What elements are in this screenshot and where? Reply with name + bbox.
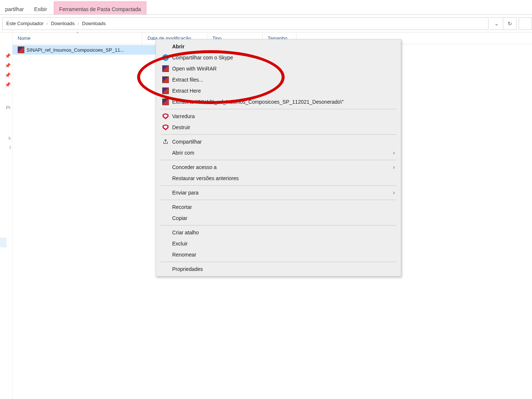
context-menu: Abrir S Compartilhar com o Skype Open wi… [156, 39, 401, 276]
sort-caret-icon: ⌃ [76, 31, 79, 35]
ctx-extract-here-label: Extract Here [172, 88, 201, 94]
sidebar-item[interactable]: 📌 [0, 61, 12, 70]
address-box[interactable]: Este Computador › Downloads › Downloads [2, 17, 488, 30]
ctx-destruir-label: Destruir [172, 124, 190, 130]
ctx-excluir-label: Excluir [172, 241, 188, 247]
ctx-extract-files[interactable]: Extract files... [157, 74, 400, 85]
ctx-propriedades-label: Propriedades [172, 266, 203, 272]
ctx-compartilhar[interactable]: Compartilhar [157, 136, 400, 147]
ctx-atalho-label: Criar atalho [172, 230, 199, 235]
address-dropdown-button[interactable]: ⌄ [490, 17, 503, 30]
tab-compressed-tools[interactable]: Ferramentas de Pasta Compactada [54, 1, 147, 14]
ctx-abrircom-label: Abrir com [172, 150, 194, 156]
pin-icon: 📌 [5, 63, 11, 68]
ctx-extract-here[interactable]: Extract Here [157, 85, 400, 96]
ctx-restaurar-label: Restaurar versões anteriores [172, 175, 239, 181]
ctx-separator [160, 160, 396, 160]
header-name[interactable]: ⌃ Nome [13, 32, 142, 44]
tab-view[interactable]: Exibir [29, 3, 52, 14]
sidebar-item[interactable]: l [0, 142, 12, 152]
ctx-compartilhar-label: Compartilhar [172, 139, 202, 145]
ctx-recortar-label: Recortar [172, 204, 192, 210]
ctx-open[interactable]: Abrir [157, 41, 400, 52]
ctx-destruir[interactable]: Destruir [157, 122, 400, 133]
ctx-restaurar-versoes[interactable]: Restaurar versões anteriores [157, 173, 400, 184]
main-area: 📌 📌 📌 📌 Pr s l ⌃ Nome Data de modificaçã… [0, 32, 532, 399]
ctx-renomear[interactable]: Renomear [157, 249, 400, 260]
refresh-button[interactable]: ↻ [503, 17, 517, 30]
ctx-skype-share[interactable]: S Compartilhar com o Skype [157, 52, 400, 63]
breadcrumb-downloads-1[interactable]: Downloads [49, 20, 76, 27]
ctx-separator [160, 109, 396, 109]
skype-icon: S [162, 54, 169, 61]
ctx-propriedades[interactable]: Propriedades [157, 264, 400, 275]
ctx-conceder-label: Conceder acesso a [172, 164, 217, 170]
sidebar-item[interactable]: Pr [0, 103, 12, 112]
tab-share[interactable]: partilhar [0, 3, 29, 14]
ctx-varredura-label: Varredura [172, 113, 195, 119]
submenu-arrow-icon: › [393, 164, 395, 171]
sidebar-item[interactable]: 📌 [0, 51, 12, 61]
winrar-icon [162, 76, 169, 83]
ctx-enviar-para[interactable]: Enviar para › [157, 187, 400, 198]
ribbon-tabs: partilhar Exibir Ferramentas de Pasta Co… [0, 0, 532, 15]
sidebar-item[interactable]: 📌 [0, 70, 12, 80]
ctx-conceder-acesso[interactable]: Conceder acesso a › [157, 162, 400, 173]
breadcrumb-this-pc[interactable]: Este Computador [5, 20, 45, 27]
file-name-cell: SINAPI_ref_Insumos_Composicoes_SP_11... [13, 45, 142, 55]
submenu-arrow-icon: › [393, 189, 395, 196]
winrar-icon [162, 65, 169, 72]
search-box-stub[interactable] [519, 17, 532, 30]
ctx-separator [160, 262, 396, 262]
mcafee-icon [163, 124, 168, 130]
ctx-copiar-label: Copiar [172, 215, 187, 221]
winrar-icon [162, 87, 169, 94]
ctx-open-label: Abrir [172, 44, 184, 49]
rar-archive-icon [18, 47, 24, 53]
ctx-criar-atalho[interactable]: Criar atalho [157, 227, 400, 238]
pin-icon: 📌 [5, 53, 11, 59]
sidebar-item[interactable]: s [0, 133, 12, 142]
pin-icon: 📌 [5, 82, 11, 87]
ctx-skype-label: Compartilhar com o Skype [172, 55, 233, 61]
ctx-recortar[interactable]: Recortar [157, 202, 400, 213]
chevron-right-icon[interactable]: › [45, 21, 49, 26]
ctx-separator [160, 185, 396, 186]
ctx-varredura[interactable]: Varredura [157, 111, 400, 122]
chevron-right-icon[interactable]: › [76, 21, 81, 26]
breadcrumb-downloads-2[interactable]: Downloads [81, 20, 107, 27]
refresh-icon: ↻ [508, 21, 512, 27]
ctx-abrir-com[interactable]: Abrir com › [157, 147, 400, 158]
ctx-extract-to-label: Extract to "SINAPI_ref_Insumos_Composico… [172, 99, 344, 105]
nav-sidebar: 📌 📌 📌 📌 Pr s l [0, 32, 13, 399]
file-list-pane: ⌃ Nome Data de modificação Tipo Tamanho … [13, 32, 532, 399]
ctx-separator [160, 200, 396, 200]
winrar-icon [162, 99, 169, 105]
mcafee-icon [163, 113, 168, 119]
ctx-enviar-label: Enviar para [172, 190, 199, 196]
ctx-extract-files-label: Extract files... [172, 77, 203, 83]
file-name-label: SINAPI_ref_Insumos_Composicoes_SP_11... [27, 47, 124, 53]
ctx-separator [160, 134, 396, 135]
ctx-open-winrar[interactable]: Open with WinRAR [157, 63, 400, 74]
ctx-renomear-label: Renomear [172, 252, 196, 258]
sidebar-selection [0, 238, 7, 247]
sidebar-item[interactable]: 📌 [0, 80, 12, 89]
address-bar-row: Este Computador › Downloads › Downloads … [0, 15, 532, 32]
submenu-arrow-icon: › [393, 149, 395, 156]
pin-icon: 📌 [5, 72, 11, 78]
header-name-label: Nome [18, 35, 31, 41]
chevron-down-icon: ⌄ [494, 21, 499, 27]
ctx-separator [160, 225, 396, 226]
ctx-copiar[interactable]: Copiar [157, 213, 400, 224]
ctx-excluir[interactable]: Excluir [157, 238, 400, 249]
ctx-open-winrar-label: Open with WinRAR [172, 66, 217, 72]
ctx-extract-to[interactable]: Extract to "SINAPI_ref_Insumos_Composico… [157, 96, 400, 107]
share-icon [163, 139, 168, 145]
